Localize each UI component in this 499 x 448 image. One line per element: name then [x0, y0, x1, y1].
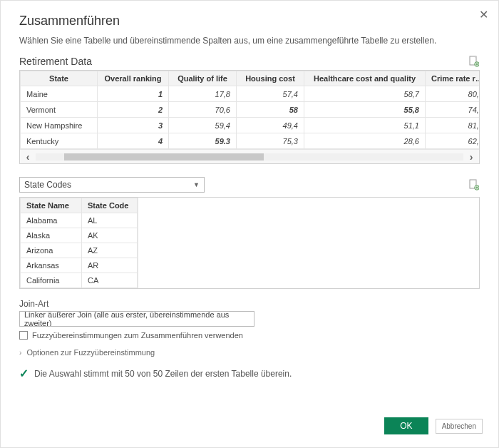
col-overall-ranking[interactable]: Overall ranking	[98, 71, 169, 86]
table-row[interactable]: Vermont 2 70,6 58 55,8 74,8	[21, 102, 480, 118]
dialog-subtitle: Wählen Sie eine Tabelle und übereinstimm…	[19, 36, 480, 46]
table-header-row: State Overall ranking Quality of life Ho…	[21, 71, 480, 86]
chevron-down-icon: ▼	[193, 181, 200, 188]
table-row[interactable]: AlaskaAK	[21, 228, 138, 243]
table-row[interactable]: Maine 1 17,8 57,4 58,7 80,9	[21, 86, 480, 102]
dialog-title: Zusammenführen	[19, 14, 480, 29]
join-kind-value: Linker äußerer Join (alle aus erster, üb…	[24, 311, 250, 327]
col-state[interactable]: State	[21, 71, 98, 86]
col-healthcare[interactable]: Healthcare cost and quality	[304, 71, 426, 86]
scroll-track[interactable]	[36, 153, 463, 161]
scroll-right-icon[interactable]: ›	[463, 150, 479, 163]
fuzzy-match-checkbox[interactable]	[19, 331, 28, 340]
primary-table-name: Retirement Data	[19, 56, 92, 67]
close-icon[interactable]: ✕	[479, 8, 488, 21]
secondary-table: State Name State Code AlabamaAL AlaskaAK…	[19, 197, 480, 289]
ok-button[interactable]: OK	[384, 417, 428, 434]
scroll-left-icon[interactable]: ‹	[20, 150, 36, 163]
scroll-thumb[interactable]	[64, 153, 264, 161]
join-kind-selector[interactable]: Linker äußerer Join (alle aus erster, üb…	[19, 311, 254, 327]
col-crime-rate[interactable]: Crime rate rate	[426, 71, 480, 86]
table-row[interactable]: Kentucky 4 59.3 75,3 28,6 62,6	[21, 133, 480, 149]
fuzzy-options-label: Optionen zur Fuzzyübereinstimmung	[26, 348, 155, 357]
match-status-text: Die Auswahl stimmt mit 50 von 50 Zeilen …	[34, 369, 292, 379]
col-housing-cost[interactable]: Housing cost	[237, 71, 304, 86]
fuzzy-match-label: Fuzzyübereinstimmungen zum Zusammenführe…	[32, 331, 243, 340]
table-empty-area	[138, 198, 479, 288]
chevron-right-icon: ›	[19, 349, 21, 357]
new-table-icon[interactable]	[468, 179, 480, 190]
cancel-button[interactable]: Abbrechen	[436, 419, 483, 434]
col-state-name[interactable]: State Name	[21, 198, 82, 213]
checkmark-icon: ✓	[19, 367, 29, 380]
merge-dialog: ✕ Zusammenführen Wählen Sie eine Tabelle…	[0, 0, 499, 448]
table-row[interactable]: CaliforniaCA	[21, 273, 138, 288]
horizontal-scrollbar[interactable]: ‹ ›	[20, 149, 479, 163]
table-row[interactable]: New Hampshire 3 59,4 49,4 51,1 81,8	[21, 118, 480, 133]
secondary-table-selector[interactable]: State Codes ▼	[19, 177, 205, 193]
col-quality-of-life[interactable]: Quality of life	[169, 71, 237, 86]
secondary-table-value: State Codes	[24, 180, 71, 190]
table-header-row: State Name State Code	[21, 198, 138, 213]
primary-table: State Overall ranking Quality of life Ho…	[19, 70, 480, 164]
table-row[interactable]: ArizonaAZ	[21, 243, 138, 258]
join-kind-label: Join-Art	[19, 299, 480, 309]
new-table-icon[interactable]	[468, 56, 480, 67]
col-state-code[interactable]: State Code	[82, 198, 138, 213]
table-row[interactable]: ArkansasAR	[21, 258, 138, 273]
table-row[interactable]: AlabamaAL	[21, 213, 138, 228]
fuzzy-options-expander[interactable]: › Optionen zur Fuzzyübereinstimmung	[19, 348, 480, 357]
